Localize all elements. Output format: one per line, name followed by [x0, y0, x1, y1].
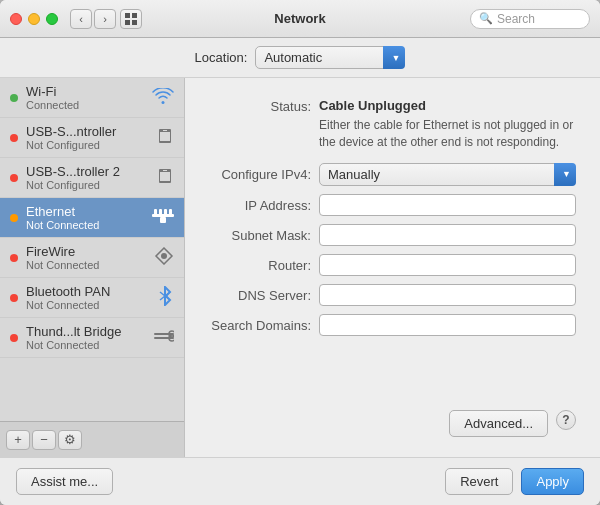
network-info-bluetooth: Bluetooth PAN Not Connected [26, 284, 148, 311]
status-dot-firewire [10, 254, 18, 262]
status-value: Cable Unplugged [319, 98, 576, 113]
svg-rect-2 [125, 20, 130, 25]
network-info-ethernet: Ethernet Not Connected [26, 204, 144, 231]
wifi-icon [152, 88, 174, 108]
network-info-usb1: USB-S...ntroller Not Configured [26, 124, 148, 151]
network-name-ethernet: Ethernet [26, 204, 144, 219]
network-name-bluetooth: Bluetooth PAN [26, 284, 148, 299]
ethernet-icon [152, 209, 174, 227]
network-info-usb2: USB-S...troller 2 Not Configured [26, 164, 148, 191]
network-status-thunderbolt: Not Connected [26, 339, 146, 351]
network-status-bluetooth: Not Connected [26, 299, 148, 311]
bottom-left-buttons: Assist me... [16, 468, 437, 495]
traffic-lights [10, 13, 58, 25]
network-status-firewire: Not Connected [26, 259, 146, 271]
subnet-label: Subnet Mask: [209, 227, 319, 243]
network-name-usb2: USB-S...troller 2 [26, 164, 148, 179]
back-button[interactable]: ‹ [70, 9, 92, 29]
forward-button[interactable]: › [94, 9, 116, 29]
network-item-firewire[interactable]: FireWire Not Connected [0, 238, 184, 278]
network-item-thunderbolt[interactable]: Thund...lt Bridge Not Connected [0, 318, 184, 358]
remove-network-button[interactable]: − [32, 430, 56, 450]
network-window: ‹ › Network 🔍 Search Location: Automatic… [0, 0, 600, 505]
network-list: Wi-Fi Connected [0, 78, 184, 421]
sidebar: Wi-Fi Connected [0, 78, 185, 457]
sidebar-toolbar: + − ⚙ [0, 421, 184, 457]
phone-icon-2 [156, 167, 174, 189]
subnet-row: Subnet Mask: [209, 224, 576, 246]
status-dot-usb2 [10, 174, 18, 182]
svg-rect-1 [132, 13, 137, 18]
grid-button[interactable] [120, 9, 142, 29]
network-item-usb2[interactable]: USB-S...troller 2 Not Configured [0, 158, 184, 198]
phone-icon-1 [156, 127, 174, 149]
status-dot-ethernet [10, 214, 18, 222]
status-dot-usb1 [10, 134, 18, 142]
router-row: Router: [209, 254, 576, 276]
network-info-thunderbolt: Thund...lt Bridge Not Connected [26, 324, 146, 351]
status-dot-wifi [10, 94, 18, 102]
network-info-wifi: Wi-Fi Connected [26, 84, 144, 111]
location-select[interactable]: Automatic Edit Locations... [255, 46, 405, 69]
svg-point-10 [161, 253, 167, 259]
search-bar[interactable]: 🔍 Search [470, 9, 590, 29]
titlebar: ‹ › Network 🔍 Search [0, 0, 600, 38]
assist-button[interactable]: Assist me... [16, 468, 113, 495]
window-title: Network [274, 11, 325, 26]
network-item-bluetooth[interactable]: Bluetooth PAN Not Connected [0, 278, 184, 318]
subnet-mask-input[interactable] [319, 224, 576, 246]
network-info-firewire: FireWire Not Connected [26, 244, 146, 271]
location-label: Location: [195, 50, 248, 65]
network-name-thunderbolt: Thund...lt Bridge [26, 324, 146, 339]
svg-rect-8 [152, 214, 174, 217]
firewire-icon [154, 247, 174, 269]
minimize-button[interactable] [28, 13, 40, 25]
dns-input[interactable] [319, 284, 576, 306]
network-item-usb1[interactable]: USB-S...ntroller Not Configured [0, 118, 184, 158]
status-section: Status: Cable Unplugged Either the cable… [209, 98, 576, 151]
location-bar: Location: Automatic Edit Locations... [0, 38, 600, 78]
nav-buttons: ‹ › [70, 9, 116, 29]
maximize-button[interactable] [46, 13, 58, 25]
configure-row: Configure IPv4: Manually DHCP BOOTP [209, 163, 576, 186]
status-description: Either the cable for Ethernet is not plu… [319, 117, 576, 151]
bottom-bar: Assist me... Revert Apply [0, 457, 600, 505]
domains-label: Search Domains: [209, 317, 319, 333]
status-dot-bluetooth [10, 294, 18, 302]
location-select-wrapper[interactable]: Automatic Edit Locations... [255, 46, 405, 69]
detail-panel: Status: Cable Unplugged Either the cable… [185, 78, 600, 457]
configure-ipv4-select[interactable]: Manually DHCP BOOTP [319, 163, 576, 186]
dns-label: DNS Server: [209, 287, 319, 303]
network-status-wifi: Connected [26, 99, 144, 111]
network-status-usb1: Not Configured [26, 139, 148, 151]
main-content: Wi-Fi Connected [0, 78, 600, 457]
svg-rect-3 [132, 20, 137, 25]
search-placeholder: Search [497, 12, 581, 26]
network-item-wifi[interactable]: Wi-Fi Connected [0, 78, 184, 118]
status-content: Cable Unplugged Either the cable for Eth… [319, 98, 576, 151]
network-name-usb1: USB-S...ntroller [26, 124, 148, 139]
network-status-usb2: Not Configured [26, 179, 148, 191]
configure-label: Configure IPv4: [209, 166, 319, 182]
help-button[interactable]: ? [556, 410, 576, 430]
revert-button[interactable]: Revert [445, 468, 513, 495]
router-input[interactable] [319, 254, 576, 276]
network-item-ethernet[interactable]: Ethernet Not Connected [0, 198, 184, 238]
ip-address-input[interactable] [319, 194, 576, 216]
network-name-wifi: Wi-Fi [26, 84, 144, 99]
search-domains-input[interactable] [319, 314, 576, 336]
ip-row: IP Address: [209, 194, 576, 216]
close-button[interactable] [10, 13, 22, 25]
dns-row: DNS Server: [209, 284, 576, 306]
bluetooth-icon [156, 286, 174, 310]
add-network-button[interactable]: + [6, 430, 30, 450]
detail-bottom-buttons: Advanced... ? [209, 410, 576, 437]
thunderbolt-icon [154, 329, 174, 347]
settings-button[interactable]: ⚙ [58, 430, 82, 450]
network-name-firewire: FireWire [26, 244, 146, 259]
status-dot-thunderbolt [10, 334, 18, 342]
ip-label: IP Address: [209, 197, 319, 213]
configure-select-wrapper[interactable]: Manually DHCP BOOTP [319, 163, 576, 186]
advanced-button[interactable]: Advanced... [449, 410, 548, 437]
apply-button[interactable]: Apply [521, 468, 584, 495]
